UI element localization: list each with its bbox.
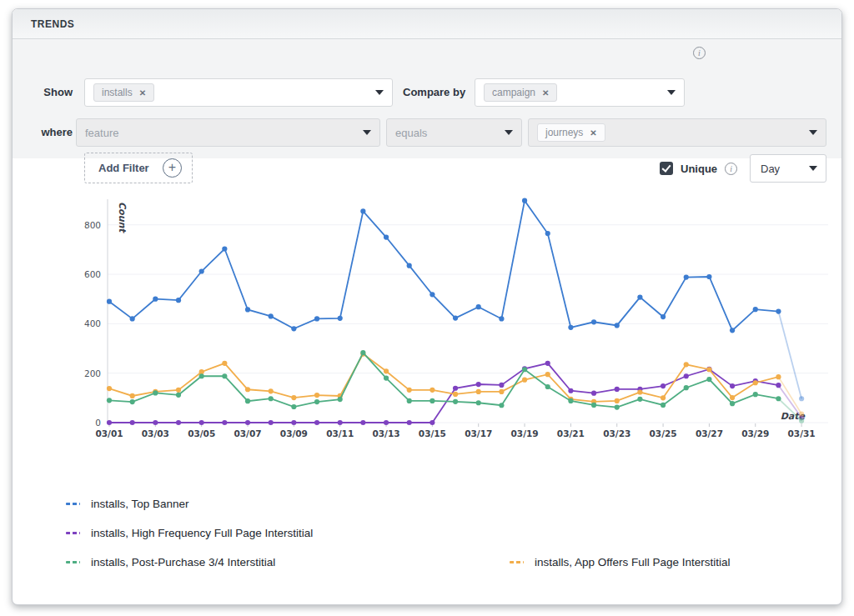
info-icon[interactable]: i xyxy=(725,163,737,175)
where-label: where xyxy=(31,118,73,147)
svg-text:03/29: 03/29 xyxy=(741,428,769,438)
compare-tag[interactable]: campaign ✕ xyxy=(484,83,557,102)
legend-label: installs, High Frequency Full Page Inter… xyxy=(91,527,313,539)
show-tag-label: installs xyxy=(102,87,133,98)
compare-by-dropdown[interactable]: campaign ✕ xyxy=(475,78,685,107)
show-dropdown[interactable]: installs ✕ xyxy=(84,78,393,107)
legend-marker-purple xyxy=(66,532,80,534)
svg-text:600: 600 xyxy=(84,269,101,279)
remove-tag-icon[interactable]: ✕ xyxy=(139,88,146,98)
legend-label: installs, Post-Purchase 3/4 Interstitial xyxy=(91,556,275,568)
svg-text:03/25: 03/25 xyxy=(650,428,677,438)
svg-text:03/31: 03/31 xyxy=(788,428,816,438)
svg-text:Count: Count xyxy=(117,202,128,233)
svg-text:800: 800 xyxy=(84,220,101,230)
svg-text:03/19: 03/19 xyxy=(511,428,539,438)
trends-panel: TRENDS Show installs ✕ Compare by campai… xyxy=(12,8,842,605)
chevron-down-icon xyxy=(363,130,371,135)
chevron-down-icon xyxy=(809,130,817,135)
legend-marker-orange xyxy=(510,561,524,563)
remove-tag-icon[interactable]: ✕ xyxy=(542,88,549,98)
svg-text:200: 200 xyxy=(84,368,101,378)
trends-line-chart: 020040060080003/0103/0303/0503/0703/0903… xyxy=(13,176,842,451)
value-tag[interactable]: journeys ✕ xyxy=(537,123,605,142)
chevron-down-icon xyxy=(505,130,513,135)
add-filter-label: Add Filter xyxy=(98,162,149,174)
feature-dropdown[interactable]: feature xyxy=(76,118,380,147)
legend-label: installs, Top Banner xyxy=(91,498,189,510)
legend-marker-blue xyxy=(66,503,80,505)
svg-text:0: 0 xyxy=(95,418,101,428)
svg-text:03/21: 03/21 xyxy=(557,428,585,438)
show-tag[interactable]: installs ✕ xyxy=(93,83,154,102)
info-icon[interactable]: i xyxy=(693,47,706,59)
chart-canvas: 020040060080003/0103/0303/0503/0703/0903… xyxy=(13,176,842,451)
svg-text:03/17: 03/17 xyxy=(465,428,492,438)
svg-text:03/11: 03/11 xyxy=(326,428,354,438)
compare-tag-label: campaign xyxy=(492,87,535,98)
feature-placeholder: feature xyxy=(85,127,118,139)
legend-item-post-purchase[interactable]: installs, Post-Purchase 3/4 Interstitial xyxy=(66,556,275,568)
chevron-down-icon xyxy=(667,90,676,95)
value-tag-label: journeys xyxy=(545,127,583,138)
legend-marker-green xyxy=(66,561,80,563)
svg-text:400: 400 xyxy=(84,318,101,328)
unique-checkbox[interactable] xyxy=(660,162,673,175)
plus-icon: + xyxy=(163,158,182,178)
granularity-value: Day xyxy=(761,163,780,175)
panel-title: TRENDS xyxy=(13,9,841,39)
filter-section: Show installs ✕ Compare by campaign ✕ i … xyxy=(13,39,841,158)
svg-text:03/07: 03/07 xyxy=(234,428,261,438)
compare-by-label: Compare by xyxy=(403,78,470,107)
svg-text:03/05: 03/05 xyxy=(188,428,215,438)
legend-item-top-banner[interactable]: installs, Top Banner xyxy=(66,498,189,510)
svg-text:03/09: 03/09 xyxy=(280,428,308,438)
panel-header: TRENDS xyxy=(13,9,841,39)
filter-value-dropdown[interactable]: journeys ✕ xyxy=(528,118,826,147)
operator-value: equals xyxy=(395,127,427,139)
operator-dropdown[interactable]: equals xyxy=(386,118,522,147)
legend-label: installs, App Offers Full Page Interstit… xyxy=(535,556,731,568)
remove-tag-icon[interactable]: ✕ xyxy=(590,128,596,138)
svg-text:03/15: 03/15 xyxy=(419,428,446,438)
svg-text:03/23: 03/23 xyxy=(603,428,630,438)
chevron-down-icon xyxy=(809,166,817,171)
svg-text:03/27: 03/27 xyxy=(696,428,723,438)
legend-item-app-offers[interactable]: installs, App Offers Full Page Interstit… xyxy=(510,556,731,568)
chevron-down-icon xyxy=(375,90,384,95)
unique-label: Unique xyxy=(681,163,717,175)
legend-item-high-frequency[interactable]: installs, High Frequency Full Page Inter… xyxy=(66,527,313,539)
show-label: Show xyxy=(31,78,73,107)
svg-text:03/03: 03/03 xyxy=(142,428,169,438)
svg-text:03/13: 03/13 xyxy=(373,428,400,438)
svg-text:03/01: 03/01 xyxy=(95,428,123,438)
